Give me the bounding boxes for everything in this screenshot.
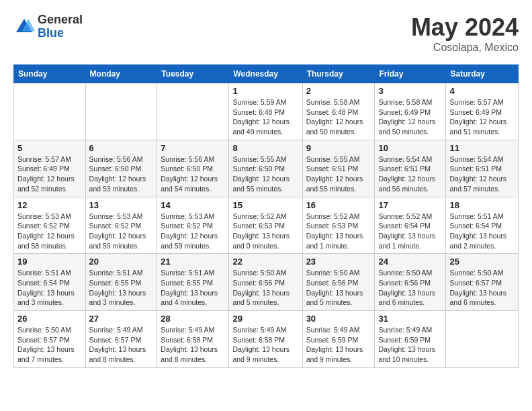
day-info: Sunrise: 5:54 AM Sunset: 6:51 PM Dayligh…	[449, 154, 515, 194]
weekday-header-tuesday: Tuesday	[157, 65, 229, 83]
calendar-cell: 14Sunrise: 5:53 AM Sunset: 6:52 PM Dayli…	[157, 197, 229, 254]
weekday-header-sunday: Sunday	[14, 65, 86, 83]
calendar-cell: 21Sunrise: 5:51 AM Sunset: 6:55 PM Dayli…	[157, 254, 229, 311]
calendar-cell	[446, 311, 519, 368]
calendar-cell: 9Sunrise: 5:55 AM Sunset: 6:51 PM Daylig…	[302, 140, 375, 197]
day-info: Sunrise: 5:51 AM Sunset: 6:55 PM Dayligh…	[161, 268, 225, 308]
day-number: 29	[232, 314, 298, 324]
day-number: 17	[378, 200, 442, 210]
day-number: 3	[378, 86, 442, 96]
calendar-cell: 8Sunrise: 5:55 AM Sunset: 6:50 PM Daylig…	[229, 140, 302, 197]
day-info: Sunrise: 5:49 AM Sunset: 6:57 PM Dayligh…	[89, 325, 154, 365]
day-info: Sunrise: 5:50 AM Sunset: 6:56 PM Dayligh…	[232, 268, 298, 308]
day-info: Sunrise: 5:49 AM Sunset: 6:58 PM Dayligh…	[232, 325, 298, 365]
day-info: Sunrise: 5:57 AM Sunset: 6:49 PM Dayligh…	[449, 97, 515, 137]
day-number: 27	[89, 314, 154, 324]
calendar-week-5: 26Sunrise: 5:50 AM Sunset: 6:57 PM Dayli…	[14, 311, 519, 368]
calendar-cell: 26Sunrise: 5:50 AM Sunset: 6:57 PM Dayli…	[14, 311, 86, 368]
calendar-cell: 27Sunrise: 5:49 AM Sunset: 6:57 PM Dayli…	[85, 311, 157, 368]
calendar-cell: 28Sunrise: 5:49 AM Sunset: 6:58 PM Dayli…	[157, 311, 229, 368]
day-number: 31	[378, 314, 442, 324]
day-number: 26	[17, 314, 82, 324]
day-info: Sunrise: 5:53 AM Sunset: 6:52 PM Dayligh…	[161, 212, 225, 251]
day-number: 4	[449, 86, 515, 96]
calendar-cell: 7Sunrise: 5:56 AM Sunset: 6:50 PM Daylig…	[157, 140, 229, 197]
day-number: 24	[378, 257, 442, 267]
day-number: 25	[449, 257, 515, 267]
day-number: 21	[161, 257, 225, 267]
day-info: Sunrise: 5:53 AM Sunset: 6:52 PM Dayligh…	[89, 212, 154, 251]
calendar-cell: 18Sunrise: 5:51 AM Sunset: 6:54 PM Dayli…	[446, 197, 519, 254]
day-number: 6	[89, 143, 154, 153]
calendar-week-4: 19Sunrise: 5:51 AM Sunset: 6:54 PM Dayli…	[14, 254, 519, 311]
day-number: 28	[161, 314, 225, 324]
calendar-cell: 6Sunrise: 5:56 AM Sunset: 6:50 PM Daylig…	[85, 140, 157, 197]
day-number: 16	[306, 200, 371, 210]
day-info: Sunrise: 5:50 AM Sunset: 6:57 PM Dayligh…	[449, 268, 515, 308]
month-title: May 2024	[411, 13, 519, 42]
day-number: 11	[449, 143, 515, 153]
location-text: Cosolapa, Mexico	[411, 42, 519, 54]
day-info: Sunrise: 5:55 AM Sunset: 6:50 PM Dayligh…	[232, 154, 298, 194]
calendar-week-3: 12Sunrise: 5:53 AM Sunset: 6:52 PM Dayli…	[14, 197, 519, 254]
day-info: Sunrise: 5:52 AM Sunset: 6:53 PM Dayligh…	[232, 212, 298, 251]
calendar-cell: 4Sunrise: 5:57 AM Sunset: 6:49 PM Daylig…	[446, 83, 519, 140]
day-info: Sunrise: 5:50 AM Sunset: 6:56 PM Dayligh…	[306, 268, 371, 308]
calendar-cell: 19Sunrise: 5:51 AM Sunset: 6:54 PM Dayli…	[14, 254, 86, 311]
calendar-cell: 13Sunrise: 5:53 AM Sunset: 6:52 PM Dayli…	[85, 197, 157, 254]
page-header: General Blue May 2024 Cosolapa, Mexico	[13, 13, 519, 54]
calendar-cell: 5Sunrise: 5:57 AM Sunset: 6:49 PM Daylig…	[14, 140, 86, 197]
day-info: Sunrise: 5:53 AM Sunset: 6:52 PM Dayligh…	[17, 212, 82, 251]
calendar-week-2: 5Sunrise: 5:57 AM Sunset: 6:49 PM Daylig…	[14, 140, 519, 197]
day-info: Sunrise: 5:49 AM Sunset: 6:58 PM Dayligh…	[161, 325, 225, 365]
calendar-cell: 2Sunrise: 5:58 AM Sunset: 6:48 PM Daylig…	[302, 83, 375, 140]
day-info: Sunrise: 5:55 AM Sunset: 6:51 PM Dayligh…	[306, 154, 371, 194]
weekday-header-wednesday: Wednesday	[229, 65, 302, 83]
day-info: Sunrise: 5:49 AM Sunset: 6:59 PM Dayligh…	[306, 325, 371, 365]
day-info: Sunrise: 5:50 AM Sunset: 6:57 PM Dayligh…	[17, 325, 82, 365]
calendar-cell: 12Sunrise: 5:53 AM Sunset: 6:52 PM Dayli…	[14, 197, 86, 254]
day-number: 23	[306, 257, 371, 267]
logo-icon	[13, 16, 35, 38]
calendar-week-1: 1Sunrise: 5:59 AM Sunset: 6:48 PM Daylig…	[14, 83, 519, 140]
weekday-header-saturday: Saturday	[446, 65, 519, 83]
calendar-table: SundayMondayTuesdayWednesdayThursdayFrid…	[13, 64, 519, 368]
day-number: 30	[306, 314, 371, 324]
day-number: 5	[17, 143, 82, 153]
logo-blue-text: Blue	[38, 27, 83, 40]
day-info: Sunrise: 5:51 AM Sunset: 6:55 PM Dayligh…	[89, 268, 154, 308]
calendar-cell: 1Sunrise: 5:59 AM Sunset: 6:48 PM Daylig…	[229, 83, 302, 140]
day-number: 1	[232, 86, 298, 96]
calendar-cell: 15Sunrise: 5:52 AM Sunset: 6:53 PM Dayli…	[229, 197, 302, 254]
calendar-cell	[14, 83, 86, 140]
day-number: 15	[232, 200, 298, 210]
day-number: 8	[232, 143, 298, 153]
calendar-cell: 16Sunrise: 5:52 AM Sunset: 6:53 PM Dayli…	[302, 197, 375, 254]
day-info: Sunrise: 5:52 AM Sunset: 6:54 PM Dayligh…	[378, 212, 442, 251]
calendar-header-row: SundayMondayTuesdayWednesdayThursdayFrid…	[14, 65, 519, 83]
weekday-header-thursday: Thursday	[302, 65, 375, 83]
logo-general-text: General	[38, 13, 83, 27]
day-number: 10	[378, 143, 442, 153]
day-number: 18	[449, 200, 515, 210]
calendar-body: 1Sunrise: 5:59 AM Sunset: 6:48 PM Daylig…	[14, 83, 519, 368]
day-number: 9	[306, 143, 371, 153]
calendar-cell: 22Sunrise: 5:50 AM Sunset: 6:56 PM Dayli…	[229, 254, 302, 311]
day-number: 20	[89, 257, 154, 267]
day-info: Sunrise: 5:49 AM Sunset: 6:59 PM Dayligh…	[378, 325, 442, 365]
calendar-cell: 17Sunrise: 5:52 AM Sunset: 6:54 PM Dayli…	[375, 197, 446, 254]
day-info: Sunrise: 5:58 AM Sunset: 6:48 PM Dayligh…	[306, 97, 371, 137]
weekday-header-friday: Friday	[375, 65, 446, 83]
day-number: 14	[161, 200, 225, 210]
day-number: 7	[161, 143, 225, 153]
day-info: Sunrise: 5:58 AM Sunset: 6:49 PM Dayligh…	[378, 97, 442, 137]
day-number: 12	[17, 200, 82, 210]
day-info: Sunrise: 5:51 AM Sunset: 6:54 PM Dayligh…	[449, 212, 515, 251]
weekday-header-monday: Monday	[85, 65, 157, 83]
calendar-cell: 11Sunrise: 5:54 AM Sunset: 6:51 PM Dayli…	[446, 140, 519, 197]
day-info: Sunrise: 5:57 AM Sunset: 6:49 PM Dayligh…	[17, 154, 82, 194]
calendar-cell: 24Sunrise: 5:50 AM Sunset: 6:56 PM Dayli…	[375, 254, 446, 311]
day-info: Sunrise: 5:56 AM Sunset: 6:50 PM Dayligh…	[89, 154, 154, 194]
calendar-cell: 10Sunrise: 5:54 AM Sunset: 6:51 PM Dayli…	[375, 140, 446, 197]
day-info: Sunrise: 5:56 AM Sunset: 6:50 PM Dayligh…	[161, 154, 225, 194]
